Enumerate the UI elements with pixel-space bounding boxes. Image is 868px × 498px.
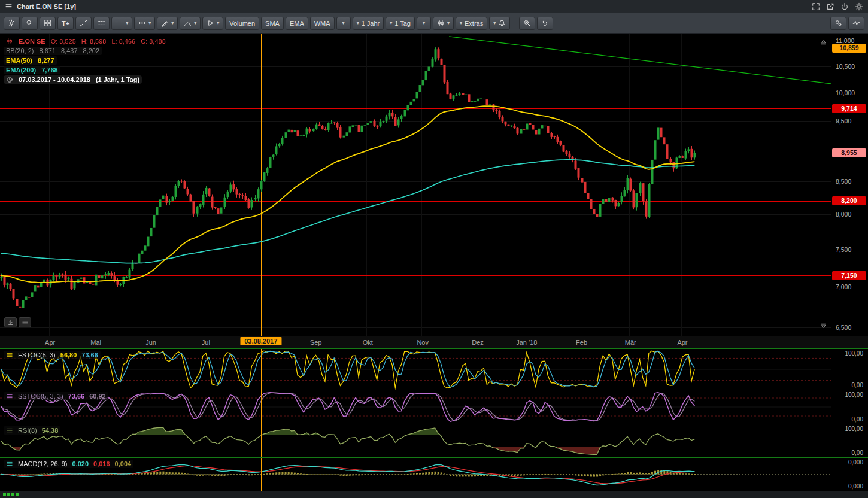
- scroll-down-icon[interactable]: [820, 322, 827, 330]
- pulse-icon: [852, 19, 860, 27]
- arc-icon: [184, 19, 192, 27]
- menu-icon: [6, 393, 13, 400]
- toolbar-grid-button[interactable]: [40, 17, 56, 30]
- status-indicator: [7, 493, 10, 496]
- toolbar-extras-button[interactable]: ▾Extras: [456, 17, 487, 30]
- time-tick: Sep: [310, 339, 322, 346]
- menu-icon: [6, 351, 13, 359]
- macd-axis[interactable]: 0,0000,000: [831, 458, 868, 491]
- download-button[interactable]: [4, 317, 17, 327]
- menu-icon: [5, 2, 13, 10]
- toolbar: T+▾▾▾▾▾VolumenSMAEMAWMA▾▾1 Jahr▾1 Tag▾▾▾…: [0, 13, 868, 34]
- ema200-value: 7,768: [41, 66, 58, 74]
- macd-legend: MACD(12, 26, 9)0,0200,0160,004: [4, 460, 133, 468]
- play-icon: [207, 19, 214, 27]
- date-marker: 03.08.2017: [240, 337, 281, 345]
- toolbar-1-jahr-button[interactable]: ▾1 Jahr: [353, 17, 384, 30]
- sstoc-canvas[interactable]: [0, 390, 831, 424]
- rsi-name: RSI(8): [18, 427, 37, 434]
- price-tick: 8,500: [836, 178, 851, 185]
- indicator-panels: FSTOC(5, 3)56,8073,66100,000,00SSTOC(5, …: [0, 348, 868, 491]
- titlebar-gear-button[interactable]: [855, 2, 863, 11]
- status-indicator: [16, 493, 19, 496]
- rsi-value-0: 54,38: [42, 427, 59, 434]
- macd-menu-icon[interactable]: [6, 460, 13, 467]
- toolbar-ema-button[interactable]: EMA: [286, 17, 308, 30]
- fstoc-menu-icon[interactable]: [6, 351, 13, 359]
- time-tick: Dez: [472, 339, 484, 346]
- toolbar-arc-button[interactable]: ▾: [180, 17, 201, 30]
- dashline-icon: [116, 19, 123, 27]
- toolbar-pencil-button[interactable]: ▾: [157, 17, 178, 30]
- ema50-legend-row[interactable]: EMA(50) 8,277: [4, 56, 57, 65]
- toolbar-gears-button[interactable]: [830, 17, 846, 30]
- sstoc-name: SSTOC(5, 3, 3): [18, 393, 63, 400]
- rsi-menu-icon[interactable]: [6, 427, 13, 434]
- ema50-name: EMA(50): [6, 57, 32, 64]
- toolbar-bell-button[interactable]: ▾: [489, 17, 510, 30]
- toolbar-dashline-button[interactable]: ▾: [111, 17, 132, 30]
- window-title: Chart E.ON SE [1y]: [17, 3, 76, 10]
- time-tick: Jan '18: [516, 339, 537, 346]
- toolbar-1-tag-button[interactable]: ▾1 Tag: [386, 17, 415, 30]
- menu-icon[interactable]: [5, 2, 13, 10]
- time-axis[interactable]: AprMaiJunJulSepOktNovDezJan '18FebMärApr…: [0, 336, 868, 348]
- toolbar-wma-button[interactable]: WMA: [310, 17, 335, 30]
- macd-name: MACD(12, 26, 9): [18, 460, 68, 467]
- time-tick: Feb: [576, 339, 587, 346]
- toolbar-dots-button[interactable]: ▾: [134, 17, 155, 30]
- price-axis[interactable]: 11,00010,50010,0009,5008,5008,0007,5007,…: [831, 34, 868, 336]
- time-tick: Nov: [417, 339, 429, 346]
- bollinger-legend-row[interactable]: BB(20, 2) 8,671 8,437 8,202: [4, 47, 102, 55]
- time-tick: Jun: [145, 339, 156, 346]
- fstoc-axis-max: 100,00: [845, 350, 863, 357]
- sstoc-value-1: 60,92: [89, 393, 106, 400]
- menu-icon: [6, 460, 13, 467]
- symbol-name: E.ON SE: [19, 38, 45, 45]
- rsi-axis[interactable]: 100,000,00: [831, 424, 868, 457]
- toolbar-line-button[interactable]: [75, 17, 92, 30]
- toolbar-zoom-button[interactable]: [22, 17, 38, 30]
- toolbar-volumen-button[interactable]: Volumen: [225, 17, 259, 30]
- toolbar-candles-button[interactable]: ▾: [433, 17, 454, 30]
- ema200-name: EMA(200): [6, 66, 36, 74]
- main-chart: E.ON SE O: 8,525 H: 8,598 L: 8,466 C: 8,…: [0, 34, 868, 336]
- fstoc-canvas[interactable]: [0, 349, 831, 390]
- toolbar-pulse-button[interactable]: [848, 17, 864, 30]
- fstoc-axis[interactable]: 100,000,00: [831, 349, 868, 390]
- titlebar-popout-button[interactable]: [826, 2, 834, 11]
- power-icon: [840, 2, 849, 11]
- rsi-axis-min: 0,00: [852, 450, 863, 456]
- rsi-canvas[interactable]: [0, 424, 831, 457]
- toolbar-gear-button[interactable]: [4, 17, 20, 30]
- toolbar-undo-button[interactable]: [537, 17, 553, 30]
- scroll-up-icon[interactable]: [820, 38, 827, 46]
- status-indicator: [11, 493, 14, 496]
- price-tag: 9,714: [832, 104, 866, 113]
- layers-button[interactable]: [19, 317, 31, 327]
- statusbar: [0, 491, 868, 498]
- macd-axis-min: 0,000: [848, 483, 863, 490]
- price-tick: 6,500: [836, 324, 851, 331]
- indicator-panel-macd: MACD(12, 26, 9)0,0200,0160,0040,0000,000: [0, 457, 868, 491]
- sstoc-menu-icon[interactable]: [6, 393, 13, 400]
- sstoc-axis[interactable]: 100,000,00: [831, 390, 868, 424]
- toolbar-caret-button[interactable]: ▾: [336, 17, 351, 30]
- toolbar-levels-button[interactable]: [93, 17, 110, 30]
- macd-value-2: 0,004: [115, 460, 132, 467]
- titlebar-fullscreen-button[interactable]: [812, 2, 820, 11]
- open-value: O: 8,525: [51, 38, 76, 45]
- toolbar-sma-button[interactable]: SMA: [261, 17, 284, 30]
- ema200-legend-row[interactable]: EMA(200) 7,768: [4, 66, 60, 74]
- time-tick: Okt: [363, 339, 373, 346]
- toolbar-caret-button[interactable]: ▾: [417, 17, 431, 30]
- chevdown-icon: [820, 322, 827, 330]
- titlebar-power-button[interactable]: [840, 2, 849, 11]
- toolbar-t+-button[interactable]: T+: [57, 17, 74, 30]
- clock-icon: [6, 76, 13, 83]
- clock-icon: [6, 76, 13, 83]
- toolbar-play-button[interactable]: ▾: [202, 17, 223, 30]
- status-indicator: [3, 493, 6, 496]
- timeframe-detail: (1 Jahr, 1 Tag): [96, 76, 139, 83]
- toolbar-zoomin-button[interactable]: [519, 17, 535, 30]
